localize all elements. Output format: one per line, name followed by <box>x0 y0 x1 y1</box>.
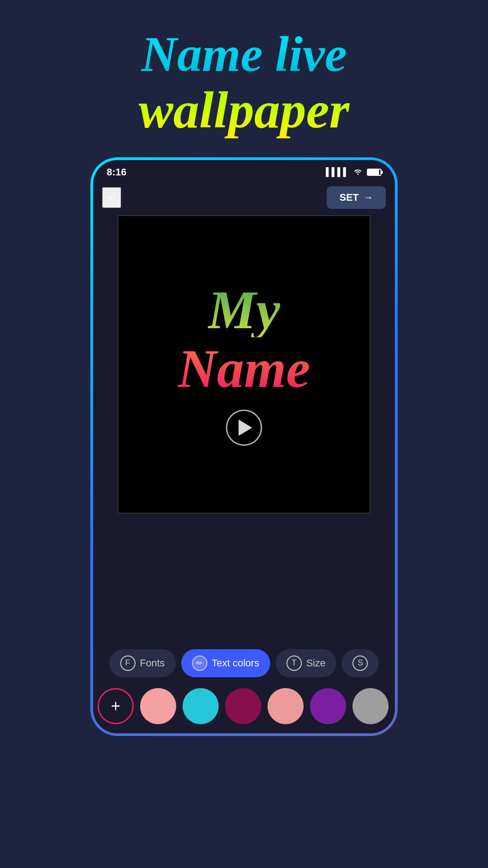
set-label: SET <box>339 192 359 203</box>
play-button[interactable] <box>226 410 262 446</box>
color-swatches: + <box>93 682 395 733</box>
battery-icon <box>367 169 381 176</box>
tab-text-colors[interactable]: ✏ Text colors <box>181 649 270 677</box>
bottom-tabs: F Fonts ✏ Text colors T Size S <box>93 644 395 682</box>
title-line2: wallpaper <box>0 82 488 139</box>
tab-fonts-label: Fonts <box>140 657 165 669</box>
text-colors-icon: ✏ <box>192 656 207 671</box>
title-line1: Name live <box>0 27 488 82</box>
size-icon: T <box>286 656 302 671</box>
phone-wrapper: 8:16 ▌▌▌▌ ← SET <box>0 157 488 736</box>
set-button[interactable]: SET → <box>327 186 386 209</box>
fonts-icon: F <box>120 656 136 671</box>
back-button[interactable]: ← <box>102 187 121 208</box>
color-swatch-4[interactable] <box>267 688 304 724</box>
tab-text-colors-label: Text colors <box>212 657 259 669</box>
color-swatch-3[interactable] <box>225 688 261 724</box>
tab-size[interactable]: T Size <box>276 649 337 677</box>
color-swatch-5[interactable] <box>310 688 346 724</box>
canvas-preview: My Name <box>117 215 371 514</box>
app-toolbar: ← SET → <box>93 182 395 215</box>
color-swatch-2[interactable] <box>183 688 219 724</box>
set-arrow: → <box>363 192 373 203</box>
status-icons: ▌▌▌▌ <box>326 167 381 177</box>
add-color-button[interactable]: + <box>98 688 134 724</box>
color-swatch-6[interactable] <box>352 688 389 724</box>
color-swatch-1[interactable] <box>140 688 176 724</box>
play-triangle-icon <box>239 420 252 436</box>
wifi-icon <box>352 167 363 177</box>
signal-icon: ▌▌▌▌ <box>326 167 349 177</box>
preview-area: My Name <box>93 215 395 644</box>
tab-style[interactable]: S <box>342 649 379 677</box>
phone-outer: 8:16 ▌▌▌▌ ← SET <box>90 157 398 736</box>
tab-fonts[interactable]: F Fonts <box>109 649 176 677</box>
tab-size-label: Size <box>306 657 326 669</box>
status-bar: 8:16 ▌▌▌▌ <box>93 160 395 182</box>
preview-text-name: Name <box>178 342 310 396</box>
title-area: Name live wallpaper <box>0 0 488 153</box>
status-time: 8:16 <box>107 166 127 178</box>
preview-text-my: My <box>208 283 280 337</box>
phone-inner: 8:16 ▌▌▌▌ ← SET <box>93 160 395 733</box>
style-icon: S <box>352 656 368 671</box>
